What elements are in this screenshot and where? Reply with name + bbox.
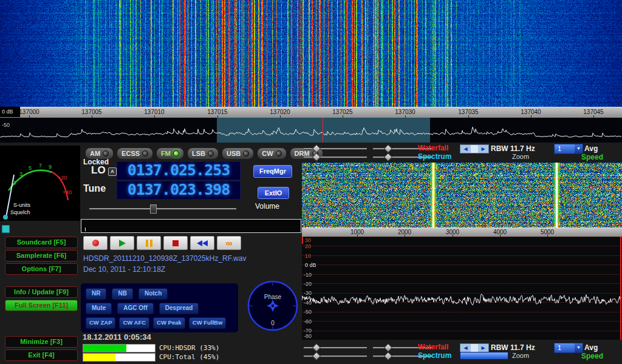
slider-thumb[interactable] [384, 153, 392, 161]
af2-spectrum-contrast-slider[interactable] [304, 354, 367, 359]
avg-value: 1 [555, 144, 575, 153]
af2-rbw-label: RBW 11.7 Hz [491, 343, 535, 352]
slider-thumb[interactable] [150, 204, 157, 214]
scroll-right-icon[interactable]: ▶ [478, 145, 488, 153]
pause-button[interactable] [137, 236, 161, 250]
mode-lsb[interactable]: LSB [187, 147, 219, 160]
cpu-total-bar [83, 353, 156, 362]
mode-led-icon [142, 150, 148, 157]
rf-waterfall-canvas[interactable] [0, 0, 622, 107]
mode-led-icon [208, 150, 214, 157]
cw-peak-button[interactable]: CW Peak [153, 317, 185, 329]
tune-label: Tune [83, 183, 106, 194]
despread-button[interactable]: Despread [159, 303, 199, 314]
slider-thumb[interactable] [312, 343, 321, 352]
samplerate-button[interactable]: Samplerate [F6] [5, 250, 78, 261]
af2-avg-dropdown[interactable]: 1 ▼ [554, 343, 583, 353]
options-button[interactable]: Options [F7] [5, 263, 78, 275]
phase-dial: Phase 0 [246, 279, 299, 332]
stop-button[interactable] [163, 236, 188, 250]
af-scroll-control[interactable]: ◀ ▶ [460, 144, 489, 153]
volume-slider[interactable] [89, 206, 236, 211]
af2-avg-label: Avg [584, 343, 598, 352]
cw-afc-button[interactable]: CW AFC [119, 317, 149, 329]
scroll-track[interactable] [471, 145, 478, 153]
tune-frequency-display[interactable]: 0137.023.398 [117, 181, 241, 200]
rewind-icon [197, 240, 208, 246]
rewind-button[interactable] [190, 236, 214, 250]
af-spectrum-label: Spectrum [418, 152, 451, 161]
af-waterfall-canvas[interactable] [302, 163, 622, 228]
lo-label: LO [91, 164, 106, 177]
af2-scroll-control[interactable]: ◀ ▶ [460, 343, 489, 352]
rf-frequency-ruler[interactable]: 137000 137005 137010 137015 137020 13702… [0, 107, 622, 119]
avg-value: 1 [555, 343, 575, 352]
mode-cw[interactable]: CW [257, 147, 286, 160]
exit-button[interactable]: Exit [F4] [5, 349, 78, 361]
af-db-label: 10 [305, 253, 311, 259]
af-spectrum-contrast-slider[interactable] [304, 155, 367, 160]
soundcard-button[interactable]: Soundcard [F5] [5, 237, 78, 248]
mode-usb[interactable]: USB [222, 147, 254, 160]
af-waterfall-contrast-slider[interactable] [304, 146, 367, 151]
mode-ecss[interactable]: ECSS [117, 147, 153, 160]
scroll-left-icon[interactable]: ◀ [460, 145, 471, 153]
dropdown-arrow-icon[interactable]: ▼ [575, 343, 583, 352]
recording-filename: HDSDR_20111210_120938Z_137025kHz_RF.wav [83, 254, 246, 263]
af2-zoom-slider[interactable] [460, 352, 508, 360]
nb-button[interactable]: NB [112, 288, 132, 300]
volume-label: Volume [255, 202, 279, 211]
slider-thumb[interactable] [384, 343, 392, 352]
af-db-label: -50 [304, 309, 312, 315]
extio-button[interactable]: ExtIO [258, 187, 289, 199]
pause-icon [146, 240, 152, 247]
mute-button[interactable]: Mute [86, 303, 112, 314]
notch-button[interactable]: Notch [138, 288, 168, 300]
squelch-handle[interactable] [2, 225, 10, 233]
freqmgr-button[interactable]: FreqMgr [253, 165, 292, 178]
af-db-label: 0 dB [305, 262, 316, 268]
cpu-total-label: CPU:Total (45%) [159, 353, 219, 361]
minimize-button[interactable]: Minimize [F3] [5, 336, 78, 348]
recording-date: Dec 10, 2011 - 12:10:18Z [83, 265, 165, 274]
rf-spectrum-canvas[interactable] [0, 118, 622, 143]
af2-waterfall-contrast-slider[interactable] [304, 345, 367, 350]
scroll-right-icon[interactable]: ▶ [478, 344, 488, 352]
mode-fm[interactable]: FM [156, 147, 184, 160]
lo-frequency-display[interactable]: 0137.025.253 [117, 161, 241, 180]
slider-thumb[interactable] [384, 352, 392, 360]
loop-button[interactable]: ∞ [217, 236, 241, 250]
play-button[interactable] [110, 236, 134, 250]
af-db-label: 30 [305, 237, 311, 243]
rf-db-scale-top: 0 dB [0, 107, 20, 117]
af-speed-label: Speed [581, 153, 603, 161]
scroll-left-icon[interactable]: ◀ [460, 344, 471, 352]
agc-off-button[interactable]: AGC Off [117, 303, 153, 314]
ruler-label: 137015 [203, 109, 232, 115]
af2-zoom-label: Zoom [512, 352, 529, 359]
af-avg-dropdown[interactable]: 1 ▼ [554, 144, 583, 154]
af-spectrum-canvas[interactable] [302, 237, 622, 340]
ruler-label: 137010 [140, 109, 169, 115]
af-db-label: -60 [304, 318, 312, 325]
slider-thumb[interactable] [312, 153, 321, 161]
af-waterfall-label: Waterfall [418, 144, 448, 152]
slider-thumb[interactable] [312, 352, 321, 360]
slider-thumb[interactable] [384, 144, 392, 153]
level-meter-box [81, 219, 301, 233]
cpu-hdsdr-label: CPU:HDSDR (33%) [159, 344, 219, 352]
record-button[interactable] [83, 236, 108, 250]
scroll-track[interactable] [471, 344, 478, 352]
smeter-pivot [3, 215, 8, 220]
phase-label: Phase [264, 294, 282, 300]
mode-led-icon [103, 150, 109, 157]
dropdown-arrow-icon[interactable]: ▼ [575, 144, 583, 153]
ruler-label: 137030 [391, 109, 420, 115]
mode-led-icon [276, 150, 282, 157]
fullscreen-button[interactable]: Full Screen [F11] [5, 300, 78, 311]
info-update-button[interactable]: Info / Update [F9] [5, 286, 78, 298]
mode-label: CW [262, 150, 273, 157]
nr-button[interactable]: NR [86, 288, 106, 300]
cw-zap-button[interactable]: CW ZAP [86, 317, 115, 329]
cw-fullbw-button[interactable]: CW FullBw [189, 317, 227, 329]
